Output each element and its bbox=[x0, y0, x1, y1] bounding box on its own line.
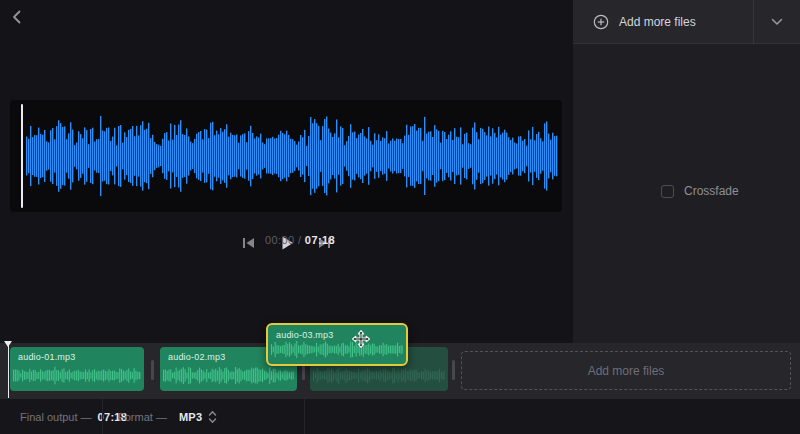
chevron-down-icon bbox=[771, 18, 783, 26]
audio-waveform bbox=[26, 108, 558, 204]
track-audio-03-dragging[interactable]: audio-03.mp3 bbox=[266, 323, 408, 366]
add-more-files-label: Add more files bbox=[619, 15, 696, 29]
time-total: 07:18 bbox=[305, 234, 335, 246]
time-current: 00:00 bbox=[265, 234, 295, 246]
files-panel-header: Add more files bbox=[573, 0, 800, 44]
collapse-panel-button[interactable] bbox=[754, 0, 800, 44]
timeline-add-more-files[interactable]: Add more files bbox=[461, 351, 791, 390]
skip-to-start-icon bbox=[241, 236, 256, 250]
track-waveform bbox=[13, 364, 141, 387]
track-divider bbox=[452, 360, 455, 380]
footer-divider bbox=[304, 399, 305, 434]
time-separator: / bbox=[298, 234, 301, 246]
track-waveform bbox=[313, 364, 445, 387]
timeline-add-more-files-label: Add more files bbox=[588, 364, 665, 378]
time-display: 00:00 / 07:18 bbox=[265, 234, 335, 246]
timeline: audio-01.mp3 audio-02.mp3 Add more files… bbox=[0, 343, 800, 398]
format-label: Format — bbox=[118, 411, 167, 423]
crossfade-option: Crossfade bbox=[661, 184, 739, 198]
skip-to-start-button[interactable] bbox=[238, 232, 260, 254]
crossfade-checkbox[interactable] bbox=[661, 185, 674, 198]
waveform-preview-panel[interactable] bbox=[10, 100, 562, 212]
track-audio-01[interactable]: audio-01.mp3 bbox=[10, 347, 144, 391]
track-waveform bbox=[163, 364, 294, 387]
final-output-info: Final output — 07:18 bbox=[20, 399, 127, 434]
chevron-left-icon bbox=[10, 9, 24, 25]
files-panel: Add more files Crossfade bbox=[573, 0, 800, 343]
preview-playhead bbox=[21, 104, 23, 208]
track-label: audio-02.mp3 bbox=[168, 352, 225, 362]
back-button[interactable] bbox=[4, 4, 30, 30]
final-output-label: Final output — bbox=[20, 411, 92, 423]
editor-main-area: 00:00 / 07:18 bbox=[0, 0, 573, 343]
footer-bar: Final output — 07:18 Format — MP3 Export bbox=[0, 398, 800, 434]
track-label: audio-01.mp3 bbox=[18, 352, 75, 362]
format-select[interactable]: Format — MP3 bbox=[118, 399, 217, 434]
up-down-chevrons-icon bbox=[208, 410, 217, 424]
track-divider bbox=[151, 360, 154, 380]
plus-circle-icon bbox=[593, 14, 609, 30]
crossfade-label: Crossfade bbox=[684, 184, 739, 198]
format-value: MP3 bbox=[179, 411, 203, 423]
playhead-line bbox=[8, 345, 10, 398]
timeline-playhead[interactable] bbox=[4, 341, 13, 398]
footer-divider bbox=[102, 399, 103, 434]
add-more-files-button[interactable]: Add more files bbox=[573, 0, 753, 44]
track-waveform bbox=[271, 338, 403, 361]
